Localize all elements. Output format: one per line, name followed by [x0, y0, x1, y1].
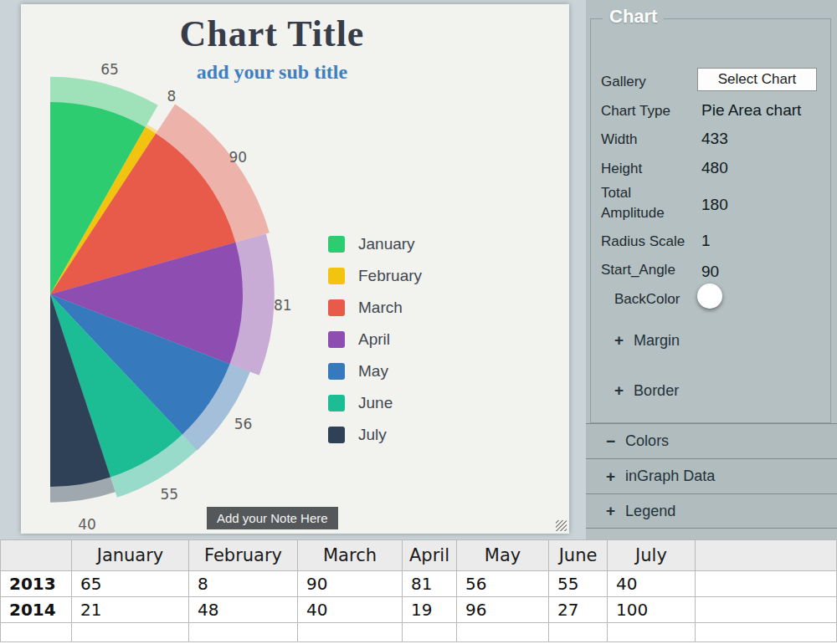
table-cell[interactable]: 100	[608, 597, 696, 623]
properties-panel: Chart Gallery Select Chart Chart Type Pi…	[586, 0, 837, 539]
table-cell[interactable]: 81	[403, 571, 457, 597]
data-grid: January February March April May June Ju…	[0, 539, 837, 642]
chart-canvas: Chart Title add your sub title 658908156…	[21, 4, 569, 534]
radius-scale-value[interactable]: 1	[701, 231, 711, 251]
slice-value-label: 8	[167, 88, 177, 105]
header-cell[interactable]	[1, 540, 72, 571]
section-ingraph-data-label: inGraph Data	[625, 468, 715, 485]
table-cell-empty[interactable]	[608, 623, 696, 642]
slice-value-label: 81	[274, 297, 292, 314]
width-label: Width	[601, 130, 695, 150]
expander-border-label: Border	[634, 382, 679, 399]
table-cell[interactable]: 40	[298, 597, 403, 623]
table-cell-empty[interactable]	[403, 623, 457, 642]
row-label-empty[interactable]	[1, 623, 72, 642]
header-cell-june[interactable]: June	[549, 540, 608, 571]
legend-item-january[interactable]: January	[328, 228, 422, 260]
legend-item-may[interactable]: May	[328, 355, 422, 387]
table-cell[interactable]: 27	[549, 597, 608, 623]
header-cell-march[interactable]: March	[298, 540, 403, 571]
legend-swatch	[328, 299, 345, 316]
start-angle-label: Start_Angle	[601, 260, 695, 280]
legend-swatch	[328, 395, 345, 411]
chart-type-label: Chart Type	[601, 101, 695, 121]
header-cell-may[interactable]: May	[457, 540, 549, 571]
legend-item-february[interactable]: February	[328, 260, 422, 292]
legend-label: March	[358, 299, 403, 317]
expander-border[interactable]: +Border	[614, 381, 679, 400]
data-table-area: January February March April May June Ju…	[0, 539, 837, 644]
start-angle-value[interactable]: 90	[701, 262, 719, 282]
panel-title: Chart	[603, 6, 664, 28]
section-legend[interactable]: +Legend	[586, 493, 837, 529]
radius-scale-label: Radius Scale	[601, 232, 695, 252]
row-label[interactable]: 2014	[1, 597, 72, 623]
legend-item-march[interactable]: March	[328, 292, 422, 324]
resize-handle[interactable]	[556, 520, 567, 531]
table-cell-empty[interactable]	[72, 623, 189, 642]
chart-note[interactable]: Add your Note Here	[207, 507, 338, 529]
table-cell-empty[interactable]	[298, 623, 403, 642]
legend-swatch	[328, 268, 345, 284]
pie-chart-svg: 6589081565540	[21, 4, 569, 534]
table-cell-empty[interactable]	[457, 623, 549, 642]
expander-margin-label: Margin	[634, 332, 680, 349]
table-row-2014: 2014 21 48 40 19 96 27 100	[1, 597, 837, 623]
back-color-label: BackColor	[614, 289, 708, 309]
table-cell[interactable]: 21	[72, 597, 189, 623]
table-cell[interactable]: 8	[189, 571, 298, 597]
select-chart-button[interactable]: Select Chart	[697, 68, 817, 91]
total-amplitude-value[interactable]: 180	[701, 195, 728, 215]
total-amplitude-label: Total Amplitude	[601, 183, 695, 223]
table-cell-empty[interactable]	[696, 571, 837, 597]
table-row-2013: 2013 65 8 90 81 56 55 40	[1, 571, 837, 597]
back-color-swatch[interactable]	[697, 284, 722, 309]
legend-item-april[interactable]: April	[328, 324, 422, 355]
table-cell-empty[interactable]	[549, 623, 608, 642]
slice-value-label: 65	[100, 61, 119, 78]
legend-swatch	[328, 236, 345, 253]
table-cell[interactable]: 55	[549, 571, 608, 597]
plus-icon: +	[614, 381, 624, 400]
width-value[interactable]: 433	[701, 129, 728, 149]
table-cell-empty[interactable]	[696, 623, 837, 642]
slice-value-label: 56	[234, 416, 253, 432]
chart-type-value[interactable]: Pie Area chart	[701, 100, 802, 120]
chart-legend: January February March April May June	[328, 228, 422, 451]
legend-item-july[interactable]: July	[328, 419, 422, 451]
legend-label: June	[358, 394, 393, 412]
slice-value-label: 40	[78, 516, 96, 533]
header-cell[interactable]	[696, 540, 837, 571]
table-cell[interactable]: 65	[72, 571, 189, 597]
legend-label: April	[358, 330, 390, 349]
plus-icon: +	[606, 502, 615, 520]
table-cell[interactable]: 19	[403, 597, 457, 623]
section-ingraph-data[interactable]: +inGraph Data	[586, 458, 837, 493]
app-root: Chart Title add your sub title 658908156…	[0, 0, 837, 644]
expander-margin[interactable]: +Margin	[614, 331, 680, 350]
table-header-row: January February March April May June Ju…	[1, 540, 837, 571]
table-cell[interactable]: 40	[608, 571, 696, 597]
table-cell[interactable]: 96	[457, 597, 549, 623]
table-cell[interactable]: 56	[457, 571, 549, 597]
section-colors[interactable]: −Colors	[586, 423, 837, 458]
height-value[interactable]: 480	[701, 158, 728, 178]
legend-label: May	[358, 362, 388, 381]
height-label: Height	[601, 159, 695, 179]
slice-value-label: 90	[229, 149, 247, 166]
legend-swatch	[328, 427, 345, 443]
table-cell-empty[interactable]	[189, 623, 298, 642]
header-cell-april[interactable]: April	[403, 540, 457, 571]
legend-label: July	[358, 426, 387, 444]
table-cell[interactable]: 90	[298, 571, 403, 597]
table-cell-empty[interactable]	[696, 597, 837, 623]
minus-icon: −	[606, 432, 615, 451]
legend-swatch	[328, 363, 345, 380]
header-cell-february[interactable]: February	[189, 540, 298, 571]
legend-item-june[interactable]: June	[328, 387, 422, 419]
row-label[interactable]: 2013	[1, 571, 72, 597]
header-cell-january[interactable]: January	[72, 540, 189, 571]
table-cell[interactable]: 48	[189, 597, 298, 623]
table-row-empty	[1, 623, 837, 642]
header-cell-july[interactable]: July	[608, 540, 696, 571]
